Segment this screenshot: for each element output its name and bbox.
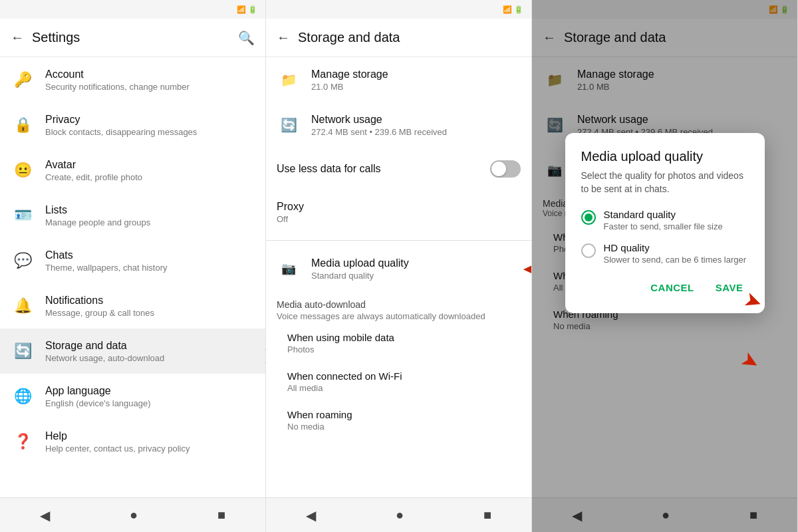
account-title: Account <box>45 68 255 80</box>
panel-storage-dialog: 📶 🔋 ← Storage and data 📁 Manage storage … <box>532 0 798 532</box>
home-nav-btn-1[interactable]: ● <box>119 502 148 528</box>
calls-data-item[interactable]: Use less data for calls <box>266 148 531 190</box>
mobile-data-title: When using mobile data <box>287 332 521 343</box>
back-button-2[interactable]: ← <box>277 30 290 45</box>
media-upload-item[interactable]: 📷 Media upload quality Standard quality … <box>266 246 531 291</box>
dialog-actions: Cancel Save <box>581 278 749 297</box>
proxy-item[interactable]: Proxy Off <box>266 190 531 235</box>
signal-icon-2: 📶 <box>503 5 512 14</box>
storage-title-bar: Storage and data <box>298 30 521 45</box>
mobile-data-item[interactable]: When using mobile data Photos <box>266 324 531 362</box>
divider-1 <box>266 240 531 241</box>
cancel-button[interactable]: Cancel <box>645 278 700 297</box>
chats-subtitle: Theme, wallpapers, chat history <box>45 263 255 273</box>
status-icons-1: 📶 🔋 <box>237 5 257 14</box>
storage-top-bar: ← Storage and data <box>266 19 531 57</box>
network-usage-item[interactable]: 🔄 Network usage 272.4 MB sent • 239.6 MB… <box>266 102 531 148</box>
manage-storage-subtitle: 21.0 MB <box>311 82 521 92</box>
calls-data-label: Use less data for calls <box>277 163 479 175</box>
manage-storage-item[interactable]: 📁 Manage storage 21.0 MB <box>266 57 531 102</box>
storage-icon: 🔄 <box>11 339 35 363</box>
notifications-icon: 🔔 <box>11 294 35 318</box>
recents-nav-btn-2[interactable]: ■ <box>473 502 502 528</box>
settings-item-avatar[interactable]: 😐 Avatar Create, edit, profile photo <box>0 148 265 193</box>
roaming-value: No media <box>287 422 521 432</box>
settings-item-help[interactable]: ❓ Help Help center, contact us, privacy … <box>0 419 265 464</box>
language-subtitle: English (device's language) <box>45 398 255 408</box>
panel-settings: 📶 🔋 ← Settings 🔍 🔑 Account Security noti… <box>0 0 266 532</box>
arrow-media-upload: ➤ <box>523 258 531 280</box>
auto-download-title: Media auto-download <box>277 299 521 310</box>
help-icon: ❓ <box>11 430 35 454</box>
battery-icon-2: 🔋 <box>514 5 523 14</box>
back-nav-btn-1[interactable]: ◀ <box>29 502 61 529</box>
recents-nav-btn-1[interactable]: ■ <box>207 502 236 528</box>
auto-download-subtitle: Voice messages are always automatically … <box>277 311 521 321</box>
privacy-subtitle: Block contacts, disappearing messages <box>45 127 255 137</box>
roaming-item[interactable]: When roaming No media <box>266 401 531 440</box>
settings-item-lists[interactable]: 🪪 Lists Manage people and groups <box>0 193 265 238</box>
storage-subtitle: Network usage, auto-download <box>45 353 255 363</box>
arrow-storage: ➤ <box>263 345 265 367</box>
toggle-thumb <box>491 162 506 176</box>
manage-storage-title: Manage storage <box>311 68 521 80</box>
wifi-item[interactable]: When connected on Wi-Fi All media <box>266 362 531 401</box>
account-subtitle: Security notifications, change number <box>45 82 255 92</box>
hd-quality-option[interactable]: HD quality Slower to send, can be 6 time… <box>581 242 749 265</box>
privacy-icon: 🔒 <box>11 113 35 137</box>
wifi-title: When connected on Wi-Fi <box>287 370 521 382</box>
save-button[interactable]: Save <box>710 278 749 297</box>
help-subtitle: Help center, contact us, privacy policy <box>45 444 255 454</box>
privacy-title: Privacy <box>45 114 255 126</box>
settings-item-chats[interactable]: 💬 Chats Theme, wallpapers, chat history <box>0 238 265 283</box>
hd-quality-subtitle: Slower to send, can be 6 times larger <box>604 255 747 265</box>
proxy-value: Off <box>277 214 521 224</box>
settings-item-account[interactable]: 🔑 Account Security notifications, change… <box>0 57 265 102</box>
arrow-save: ➤ <box>737 348 761 374</box>
standard-quality-title: Standard quality <box>604 209 723 220</box>
standard-quality-subtitle: Faster to send, smaller file size <box>604 221 723 231</box>
network-usage-icon: 🔄 <box>277 113 301 137</box>
media-upload-title: Media upload quality <box>311 257 521 269</box>
media-upload-value: Standard quality <box>311 271 521 281</box>
lists-title: Lists <box>45 204 255 216</box>
standard-radio-inner <box>585 213 593 221</box>
language-icon: 🌐 <box>11 384 35 408</box>
help-title: Help <box>45 430 255 442</box>
hd-quality-title: HD quality <box>604 242 747 253</box>
notifications-subtitle: Message, group & call tones <box>45 308 255 318</box>
manage-storage-icon: 📁 <box>277 68 301 92</box>
panel-storage: 📶 🔋 ← Storage and data 📁 Manage storage … <box>266 0 532 532</box>
bottom-nav-2: ◀ ● ■ <box>266 497 531 532</box>
language-title: App language <box>45 385 255 397</box>
settings-top-bar: ← Settings 🔍 <box>0 19 265 57</box>
network-usage-title: Network usage <box>311 114 521 126</box>
network-usage-subtitle: 272.4 MB sent • 239.6 MB received <box>311 127 521 137</box>
search-button[interactable]: 🔍 <box>238 30 255 46</box>
notifications-title: Notifications <box>45 295 255 307</box>
settings-item-privacy[interactable]: 🔒 Privacy Block contacts, disappearing m… <box>0 102 265 148</box>
settings-item-language[interactable]: 🌐 App language English (device's languag… <box>0 374 265 419</box>
storage-list: 📁 Manage storage 21.0 MB 🔄 Network usage… <box>266 57 531 497</box>
wifi-value: All media <box>287 383 521 393</box>
dialog-title: Media upload quality <box>581 149 749 164</box>
chats-icon: 💬 <box>11 249 35 273</box>
back-button[interactable]: ← <box>11 30 24 45</box>
hd-radio-circle[interactable] <box>581 243 596 258</box>
storage-title: Storage and data <box>45 340 255 352</box>
settings-list: 🔑 Account Security notifications, change… <box>0 57 265 497</box>
calls-data-toggle[interactable] <box>490 160 521 178</box>
avatar-icon: 😐 <box>11 158 35 182</box>
settings-item-storage[interactable]: 🔄 Storage and data Network usage, auto-d… <box>0 329 265 374</box>
standard-radio-circle[interactable] <box>581 210 596 225</box>
back-nav-btn-2[interactable]: ◀ <box>295 502 327 529</box>
home-nav-btn-2[interactable]: ● <box>385 502 414 528</box>
account-icon: 🔑 <box>11 68 35 92</box>
status-bar-1: 📶 🔋 <box>0 0 265 19</box>
chats-title: Chats <box>45 249 255 261</box>
auto-download-header: Media auto-download Voice messages are a… <box>266 291 531 324</box>
settings-item-notifications[interactable]: 🔔 Notifications Message, group & call to… <box>0 283 265 329</box>
status-icons-2: 📶 🔋 <box>503 5 523 14</box>
standard-quality-option[interactable]: Standard quality Faster to send, smaller… <box>581 209 749 231</box>
settings-title: Settings <box>32 30 230 45</box>
